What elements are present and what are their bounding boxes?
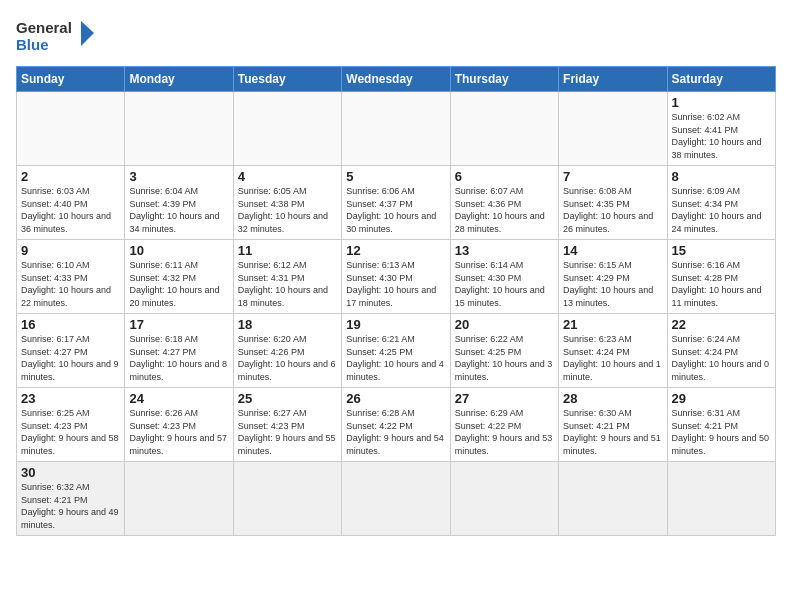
day-info: Sunrise: 6:22 AM Sunset: 4:25 PM Dayligh… bbox=[455, 333, 554, 383]
day-info: Sunrise: 6:04 AM Sunset: 4:39 PM Dayligh… bbox=[129, 185, 228, 235]
day-cell: 27Sunrise: 6:29 AM Sunset: 4:22 PM Dayli… bbox=[450, 388, 558, 462]
day-number: 26 bbox=[346, 391, 445, 406]
header-row: SundayMondayTuesdayWednesdayThursdayFrid… bbox=[17, 67, 776, 92]
col-header-tuesday: Tuesday bbox=[233, 67, 341, 92]
day-info: Sunrise: 6:08 AM Sunset: 4:35 PM Dayligh… bbox=[563, 185, 662, 235]
day-info: Sunrise: 6:28 AM Sunset: 4:22 PM Dayligh… bbox=[346, 407, 445, 457]
day-number: 19 bbox=[346, 317, 445, 332]
day-number: 2 bbox=[21, 169, 120, 184]
day-info: Sunrise: 6:20 AM Sunset: 4:26 PM Dayligh… bbox=[238, 333, 337, 383]
day-info: Sunrise: 6:16 AM Sunset: 4:28 PM Dayligh… bbox=[672, 259, 771, 309]
day-number: 1 bbox=[672, 95, 771, 110]
day-number: 21 bbox=[563, 317, 662, 332]
day-number: 6 bbox=[455, 169, 554, 184]
day-info: Sunrise: 6:26 AM Sunset: 4:23 PM Dayligh… bbox=[129, 407, 228, 457]
day-cell: 12Sunrise: 6:13 AM Sunset: 4:30 PM Dayli… bbox=[342, 240, 450, 314]
day-info: Sunrise: 6:13 AM Sunset: 4:30 PM Dayligh… bbox=[346, 259, 445, 309]
day-cell bbox=[559, 462, 667, 536]
svg-marker-2 bbox=[81, 21, 94, 46]
day-number: 11 bbox=[238, 243, 337, 258]
day-cell: 10Sunrise: 6:11 AM Sunset: 4:32 PM Dayli… bbox=[125, 240, 233, 314]
day-number: 4 bbox=[238, 169, 337, 184]
day-cell: 23Sunrise: 6:25 AM Sunset: 4:23 PM Dayli… bbox=[17, 388, 125, 462]
day-cell bbox=[125, 92, 233, 166]
day-number: 10 bbox=[129, 243, 228, 258]
day-cell: 2Sunrise: 6:03 AM Sunset: 4:40 PM Daylig… bbox=[17, 166, 125, 240]
col-header-monday: Monday bbox=[125, 67, 233, 92]
day-info: Sunrise: 6:05 AM Sunset: 4:38 PM Dayligh… bbox=[238, 185, 337, 235]
day-cell bbox=[450, 92, 558, 166]
day-number: 18 bbox=[238, 317, 337, 332]
day-info: Sunrise: 6:18 AM Sunset: 4:27 PM Dayligh… bbox=[129, 333, 228, 383]
logo: GeneralBlue bbox=[16, 16, 96, 56]
day-info: Sunrise: 6:27 AM Sunset: 4:23 PM Dayligh… bbox=[238, 407, 337, 457]
day-cell: 17Sunrise: 6:18 AM Sunset: 4:27 PM Dayli… bbox=[125, 314, 233, 388]
calendar-table: SundayMondayTuesdayWednesdayThursdayFrid… bbox=[16, 66, 776, 536]
day-info: Sunrise: 6:02 AM Sunset: 4:41 PM Dayligh… bbox=[672, 111, 771, 161]
day-info: Sunrise: 6:30 AM Sunset: 4:21 PM Dayligh… bbox=[563, 407, 662, 457]
day-number: 3 bbox=[129, 169, 228, 184]
day-number: 23 bbox=[21, 391, 120, 406]
day-info: Sunrise: 6:06 AM Sunset: 4:37 PM Dayligh… bbox=[346, 185, 445, 235]
day-info: Sunrise: 6:23 AM Sunset: 4:24 PM Dayligh… bbox=[563, 333, 662, 383]
svg-text:Blue: Blue bbox=[16, 36, 49, 53]
day-cell: 15Sunrise: 6:16 AM Sunset: 4:28 PM Dayli… bbox=[667, 240, 775, 314]
day-number: 5 bbox=[346, 169, 445, 184]
col-header-sunday: Sunday bbox=[17, 67, 125, 92]
logo-svg: GeneralBlue bbox=[16, 16, 96, 56]
week-row-5: 23Sunrise: 6:25 AM Sunset: 4:23 PM Dayli… bbox=[17, 388, 776, 462]
day-number: 17 bbox=[129, 317, 228, 332]
day-cell: 30Sunrise: 6:32 AM Sunset: 4:21 PM Dayli… bbox=[17, 462, 125, 536]
day-number: 13 bbox=[455, 243, 554, 258]
day-info: Sunrise: 6:07 AM Sunset: 4:36 PM Dayligh… bbox=[455, 185, 554, 235]
day-cell: 24Sunrise: 6:26 AM Sunset: 4:23 PM Dayli… bbox=[125, 388, 233, 462]
page-header: GeneralBlue bbox=[16, 16, 776, 56]
day-number: 7 bbox=[563, 169, 662, 184]
day-cell: 6Sunrise: 6:07 AM Sunset: 4:36 PM Daylig… bbox=[450, 166, 558, 240]
day-cell: 21Sunrise: 6:23 AM Sunset: 4:24 PM Dayli… bbox=[559, 314, 667, 388]
day-cell: 11Sunrise: 6:12 AM Sunset: 4:31 PM Dayli… bbox=[233, 240, 341, 314]
day-cell bbox=[559, 92, 667, 166]
day-cell bbox=[667, 462, 775, 536]
day-number: 25 bbox=[238, 391, 337, 406]
svg-text:General: General bbox=[16, 19, 72, 36]
day-info: Sunrise: 6:12 AM Sunset: 4:31 PM Dayligh… bbox=[238, 259, 337, 309]
day-number: 28 bbox=[563, 391, 662, 406]
week-row-1: 1Sunrise: 6:02 AM Sunset: 4:41 PM Daylig… bbox=[17, 92, 776, 166]
day-cell bbox=[233, 462, 341, 536]
day-cell: 20Sunrise: 6:22 AM Sunset: 4:25 PM Dayli… bbox=[450, 314, 558, 388]
day-cell bbox=[342, 92, 450, 166]
day-info: Sunrise: 6:31 AM Sunset: 4:21 PM Dayligh… bbox=[672, 407, 771, 457]
day-number: 22 bbox=[672, 317, 771, 332]
col-header-wednesday: Wednesday bbox=[342, 67, 450, 92]
day-number: 20 bbox=[455, 317, 554, 332]
day-cell: 26Sunrise: 6:28 AM Sunset: 4:22 PM Dayli… bbox=[342, 388, 450, 462]
day-cell: 28Sunrise: 6:30 AM Sunset: 4:21 PM Dayli… bbox=[559, 388, 667, 462]
day-info: Sunrise: 6:03 AM Sunset: 4:40 PM Dayligh… bbox=[21, 185, 120, 235]
day-number: 29 bbox=[672, 391, 771, 406]
day-cell: 7Sunrise: 6:08 AM Sunset: 4:35 PM Daylig… bbox=[559, 166, 667, 240]
day-number: 15 bbox=[672, 243, 771, 258]
day-number: 24 bbox=[129, 391, 228, 406]
day-info: Sunrise: 6:32 AM Sunset: 4:21 PM Dayligh… bbox=[21, 481, 120, 531]
day-cell: 22Sunrise: 6:24 AM Sunset: 4:24 PM Dayli… bbox=[667, 314, 775, 388]
day-cell bbox=[342, 462, 450, 536]
day-info: Sunrise: 6:24 AM Sunset: 4:24 PM Dayligh… bbox=[672, 333, 771, 383]
day-cell: 16Sunrise: 6:17 AM Sunset: 4:27 PM Dayli… bbox=[17, 314, 125, 388]
day-info: Sunrise: 6:21 AM Sunset: 4:25 PM Dayligh… bbox=[346, 333, 445, 383]
week-row-6: 30Sunrise: 6:32 AM Sunset: 4:21 PM Dayli… bbox=[17, 462, 776, 536]
day-cell: 3Sunrise: 6:04 AM Sunset: 4:39 PM Daylig… bbox=[125, 166, 233, 240]
day-cell: 14Sunrise: 6:15 AM Sunset: 4:29 PM Dayli… bbox=[559, 240, 667, 314]
day-cell: 9Sunrise: 6:10 AM Sunset: 4:33 PM Daylig… bbox=[17, 240, 125, 314]
day-info: Sunrise: 6:29 AM Sunset: 4:22 PM Dayligh… bbox=[455, 407, 554, 457]
col-header-thursday: Thursday bbox=[450, 67, 558, 92]
calendar-page: GeneralBlue SundayMondayTuesdayWednesday… bbox=[0, 0, 792, 612]
day-info: Sunrise: 6:09 AM Sunset: 4:34 PM Dayligh… bbox=[672, 185, 771, 235]
day-cell: 25Sunrise: 6:27 AM Sunset: 4:23 PM Dayli… bbox=[233, 388, 341, 462]
day-number: 12 bbox=[346, 243, 445, 258]
day-cell: 13Sunrise: 6:14 AM Sunset: 4:30 PM Dayli… bbox=[450, 240, 558, 314]
col-header-saturday: Saturday bbox=[667, 67, 775, 92]
day-number: 30 bbox=[21, 465, 120, 480]
day-cell bbox=[233, 92, 341, 166]
day-cell bbox=[125, 462, 233, 536]
